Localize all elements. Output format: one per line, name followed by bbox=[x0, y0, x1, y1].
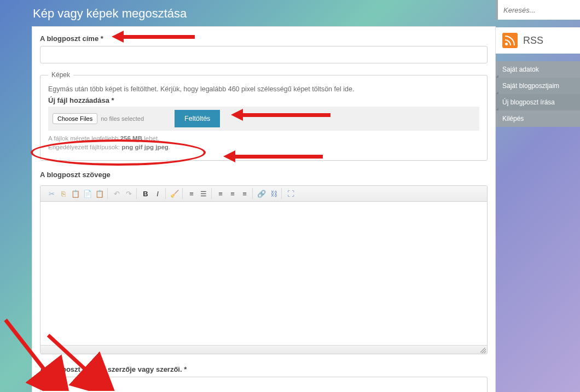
body-label: A blogposzt szövege bbox=[40, 171, 488, 179]
unordered-list-icon[interactable]: ☰ bbox=[198, 188, 209, 199]
rss-box[interactable]: RSS bbox=[496, 27, 580, 54]
align-center-icon[interactable]: ≡ bbox=[227, 188, 238, 199]
menu-item-profile[interactable]: Saját adatok bbox=[496, 61, 580, 78]
paste-text-icon[interactable]: 📄 bbox=[82, 188, 93, 199]
paste-word-icon[interactable]: 📋 bbox=[94, 188, 105, 199]
add-file-label: Új fájl hozzáadása * bbox=[48, 96, 479, 104]
align-left-icon[interactable]: ≡ bbox=[215, 188, 226, 199]
title-label: A blogposzt címe * bbox=[40, 34, 488, 43]
choose-files-button[interactable]: Choose Files bbox=[53, 113, 97, 124]
images-fieldset: Képek Egymás után több képet is feltölth… bbox=[40, 71, 488, 161]
redo-icon[interactable]: ↷ bbox=[123, 188, 134, 199]
rss-label: RSS bbox=[523, 35, 543, 46]
images-help-text: Egymás után több képet is feltölthet. Ké… bbox=[48, 85, 479, 93]
author-input[interactable] bbox=[40, 377, 488, 392]
search-input[interactable] bbox=[503, 6, 575, 14]
menu-item-my-posts[interactable]: Saját blogposztjaim bbox=[496, 78, 580, 94]
unlink-icon[interactable]: ⛓ bbox=[268, 188, 279, 199]
maximize-icon[interactable]: ⛶ bbox=[285, 188, 296, 199]
images-legend: Képek bbox=[48, 71, 73, 79]
undo-icon[interactable]: ↶ bbox=[111, 188, 122, 199]
editor-status-bar bbox=[40, 345, 487, 354]
file-size-hint: A fájlok mérete legfeljebb 256 MB lehet.… bbox=[48, 134, 479, 151]
link-icon[interactable]: 🔗 bbox=[256, 188, 267, 199]
form-panel: A blogposzt címe * Képek Egymás után töb… bbox=[32, 26, 496, 392]
italic-icon[interactable]: I bbox=[152, 188, 163, 199]
sidebar: RSS Saját adatok Saját blogposztjaim Új … bbox=[496, 0, 580, 127]
resize-grip-icon[interactable] bbox=[480, 348, 486, 353]
upload-button[interactable]: Feltöltés bbox=[175, 110, 220, 127]
editor-toolbar: ✂ ⎘ 📋 📄 📋 ↶ ↷ B I 🧹 ≡ bbox=[40, 186, 487, 202]
rss-icon bbox=[502, 33, 518, 48]
remove-format-icon[interactable]: 🧹 bbox=[169, 188, 180, 199]
bold-icon[interactable]: B bbox=[140, 188, 151, 199]
title-input[interactable] bbox=[40, 46, 488, 63]
upload-row: Choose Files no files selected Feltöltés bbox=[48, 107, 479, 131]
search-box bbox=[496, 0, 580, 20]
author-label: A blogposzt eredeti szerzője vagy szerző… bbox=[40, 365, 488, 373]
page-title: Kép vagy képek megosztása bbox=[32, 0, 496, 26]
paste-icon[interactable]: 📋 bbox=[70, 188, 81, 199]
no-files-text: no files selected bbox=[101, 115, 144, 122]
ordered-list-icon[interactable]: ≡ bbox=[186, 188, 197, 199]
copy-icon[interactable]: ⎘ bbox=[58, 188, 69, 199]
cut-icon[interactable]: ✂ bbox=[46, 188, 57, 199]
sidebar-menu: Saját adatok Saját blogposztjaim Új blog… bbox=[496, 61, 580, 127]
rich-text-editor: ✂ ⎘ 📋 📄 📋 ↶ ↷ B I 🧹 ≡ bbox=[40, 185, 488, 354]
menu-item-logout[interactable]: Kilépés bbox=[496, 110, 580, 127]
menu-item-new-post[interactable]: Új blogposzt írása bbox=[496, 94, 580, 110]
body-textarea[interactable] bbox=[40, 202, 487, 343]
align-right-icon[interactable]: ≡ bbox=[239, 188, 250, 199]
file-widget: Choose Files no files selected bbox=[53, 113, 144, 124]
